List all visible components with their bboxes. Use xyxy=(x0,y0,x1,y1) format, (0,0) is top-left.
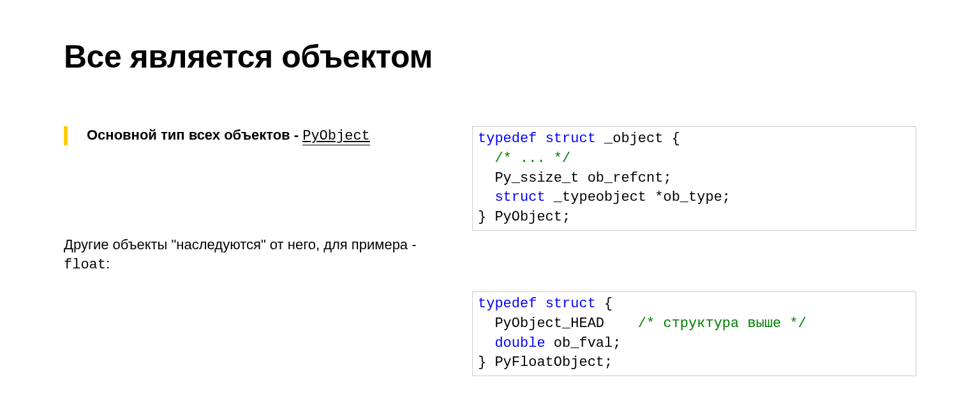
para-suffix: : xyxy=(106,256,110,272)
float-mono: float xyxy=(64,257,106,273)
pyobject-link[interactable]: PyObject xyxy=(302,128,370,145)
main-callout: Основной тип всех объектов - PyObject xyxy=(64,126,427,146)
right-column: typedef struct _object { /* ... */ Py_ss… xyxy=(472,126,916,376)
code-block-pyfloat: typedef struct { PyObject_HEAD /* структ… xyxy=(472,291,916,376)
callout-text: Основной тип всех объектов - PyObject xyxy=(87,126,370,146)
para-prefix: Другие объекты "наследуются" от него, дл… xyxy=(64,237,417,252)
left-column: Основной тип всех объектов - PyObject Др… xyxy=(64,126,427,376)
page-title: Все является объектом xyxy=(64,38,916,75)
callout-prefix: Основной тип всех объектов - xyxy=(87,127,302,143)
code-block-pyobject: typedef struct _object { /* ... */ Py_ss… xyxy=(472,126,916,231)
callout-accent-bar xyxy=(64,126,68,145)
content-area: Основной тип всех объектов - PyObject Др… xyxy=(64,126,916,376)
inheritance-paragraph: Другие объекты "наследуются" от него, дл… xyxy=(64,235,427,276)
